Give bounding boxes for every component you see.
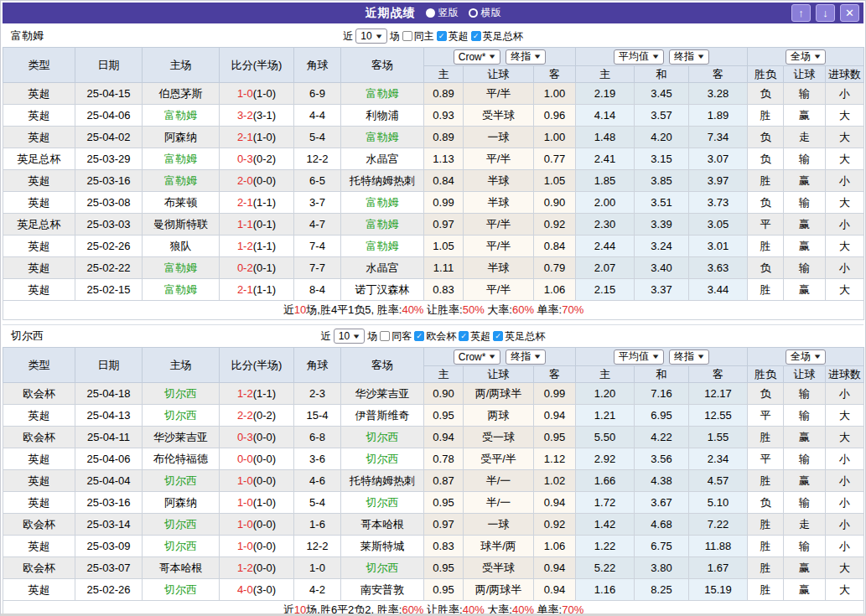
away-team-link[interactable]: 托特纳姆热刺 <box>350 474 415 487</box>
goals-result-cell: 大 <box>826 279 864 301</box>
away-team-link[interactable]: 富勒姆 <box>366 240 399 252</box>
asian-handicap: 球半/两 <box>464 536 534 557</box>
asian-away-odds: 0.92 <box>534 514 576 536</box>
home-team-link[interactable]: 富勒姆 <box>164 109 197 122</box>
scroll-up-button[interactable]: ↑ <box>791 4 811 22</box>
half-time-score: (0-0) <box>253 431 276 443</box>
away-team-link[interactable]: 利物浦 <box>366 109 399 122</box>
match-row: 英超 25-04-13 切尔西 2-2(0-2) 15-4 伊普斯维奇 0.95… <box>3 405 864 427</box>
close-button[interactable]: ✕ <box>840 4 859 22</box>
same-venue-checkbox[interactable]: 同客 <box>380 329 412 344</box>
result-cell: 胜 <box>748 470 784 492</box>
home-team-link[interactable]: 富勒姆 <box>164 174 197 187</box>
home-team-link[interactable]: 富勒姆 <box>164 261 197 274</box>
match-date: 25-04-06 <box>75 448 143 470</box>
euro-away-odds: 3.44 <box>689 279 748 301</box>
same-venue-checkbox[interactable]: 同主 <box>402 29 434 44</box>
final-odds-select2[interactable]: 终指▼ <box>669 49 709 65</box>
league-checkbox[interactable]: 英超 <box>459 329 490 344</box>
away-team-link[interactable]: 南安普敦 <box>360 583 404 596</box>
home-team-link[interactable]: 切尔西 <box>164 540 197 552</box>
league-checkbox[interactable]: 英超 <box>437 29 469 44</box>
home-team-link[interactable]: 阿森纳 <box>164 131 197 143</box>
away-team-link[interactable]: 诺丁汉森林 <box>355 283 410 296</box>
match-row: 英超 25-04-04 切尔西 1-0(0-0) 4-6 托特纳姆热刺 0.87… <box>3 470 864 492</box>
away-team-link[interactable]: 富勒姆 <box>366 218 399 230</box>
home-team-link[interactable]: 切尔西 <box>164 387 197 400</box>
euro-home-odds: 2.07 <box>576 257 635 279</box>
away-team-link[interactable]: 水晶宫 <box>366 261 399 274</box>
home-team-link[interactable]: 曼彻斯特联 <box>153 218 208 230</box>
euro-draw-odds: 7.16 <box>635 383 689 405</box>
home-team-link[interactable]: 伯恩茅斯 <box>159 87 203 100</box>
team-name: 富勒姆 <box>11 28 44 44</box>
away-team-link[interactable]: 水晶宫 <box>366 153 399 165</box>
asian-handicap: 半球 <box>464 170 534 192</box>
away-team-link[interactable]: 切尔西 <box>366 496 399 509</box>
euro-odds-group: 平均值▼ 终指▼ <box>576 48 748 66</box>
final-odds-select2[interactable]: 终指▼ <box>669 349 709 365</box>
layout-vertical-radio[interactable]: 竖版 <box>426 6 459 20</box>
scroll-down-button[interactable]: ↓ <box>816 4 835 22</box>
full-time-score: 0-0 <box>237 453 253 465</box>
home-team-link[interactable]: 布莱顿 <box>164 196 197 209</box>
score-cell: 1-0(0-0) <box>220 470 294 492</box>
final-odds-select[interactable]: 终指▼ <box>506 49 546 65</box>
home-team-cell: 阿森纳 <box>143 492 220 514</box>
home-team-link[interactable]: 狼队 <box>170 240 192 252</box>
corner-count: 5-4 <box>294 127 341 148</box>
scope-select[interactable]: 全场▼ <box>786 49 826 65</box>
asian-away-odds: 1.12 <box>534 448 576 470</box>
league-checkbox[interactable]: 英足总杯 <box>493 329 545 344</box>
match-count-select[interactable]: 10 ▼ <box>355 28 386 44</box>
score-cell: 3-2(3-1) <box>220 105 294 127</box>
scope-select[interactable]: 全场▼ <box>786 349 826 365</box>
bookmaker-select[interactable]: Crow*▼ <box>454 49 501 65</box>
bookmaker-select[interactable]: Crow*▼ <box>454 349 501 365</box>
average-select[interactable]: 平均值▼ <box>614 349 664 365</box>
away-team-link[interactable]: 切尔西 <box>366 562 399 574</box>
final-odds-select[interactable]: 终指▼ <box>506 349 546 365</box>
away-team-link[interactable]: 华沙莱吉亚 <box>355 387 410 400</box>
away-team-link[interactable]: 富勒姆 <box>366 196 399 209</box>
home-team-link[interactable]: 富勒姆 <box>164 153 197 165</box>
average-select[interactable]: 平均值▼ <box>614 49 664 65</box>
home-team-link[interactable]: 切尔西 <box>164 518 197 531</box>
asian-home-odds: 0.78 <box>424 448 464 470</box>
home-team-link[interactable]: 切尔西 <box>164 583 197 596</box>
away-team-link[interactable]: 切尔西 <box>366 431 399 443</box>
home-team-link[interactable]: 切尔西 <box>164 474 197 487</box>
match-row: 英超 25-02-15 富勒姆 2-1(1-1) 8-4 诺丁汉森林 0.83 … <box>3 279 864 301</box>
home-team-link[interactable]: 富勒姆 <box>164 283 197 296</box>
asian-handicap: 半球 <box>464 257 534 279</box>
euro-home-odds: 1.48 <box>576 127 635 148</box>
home-team-link[interactable]: 布伦特福德 <box>153 453 208 465</box>
result-cell: 负 <box>748 192 784 214</box>
away-team-link[interactable]: 哥本哈根 <box>360 518 404 531</box>
full-time-score: 2-0 <box>237 174 253 187</box>
home-team-link[interactable]: 华沙莱吉亚 <box>153 431 208 443</box>
result-cell: 胜 <box>748 557 784 579</box>
col-home: 主场 <box>143 48 220 83</box>
league-checkbox[interactable]: 英足总杯 <box>471 29 523 44</box>
asian-away-odds: 0.94 <box>534 405 576 427</box>
euro-draw-odds: 4.20 <box>635 127 689 148</box>
away-team-link[interactable]: 伊普斯维奇 <box>355 409 410 422</box>
home-team-link[interactable]: 阿森纳 <box>164 496 197 509</box>
handicap-result-cell: 走 <box>784 514 826 536</box>
home-team-cell: 切尔西 <box>143 579 220 601</box>
away-team-link[interactable]: 富勒姆 <box>366 131 399 143</box>
away-team-link[interactable]: 富勒姆 <box>366 87 399 100</box>
home-team-link[interactable]: 切尔西 <box>164 409 197 422</box>
subcol-result: 胜负 <box>748 66 784 83</box>
league-checkbox[interactable]: 欧会杯 <box>414 329 456 344</box>
league-badge: 英超 <box>3 492 75 514</box>
away-team-link[interactable]: 切尔西 <box>366 453 399 465</box>
away-team-link[interactable]: 莱斯特城 <box>360 540 404 552</box>
layout-horizontal-radio[interactable]: 横版 <box>469 6 501 20</box>
handicap-result-cell: 输 <box>784 257 826 279</box>
match-count-select[interactable]: 10 ▼ <box>334 329 365 344</box>
away-team-link[interactable]: 托特纳姆热刺 <box>350 174 415 187</box>
goals-result-cell: 大 <box>826 105 864 127</box>
home-team-link[interactable]: 哥本哈根 <box>159 562 203 574</box>
